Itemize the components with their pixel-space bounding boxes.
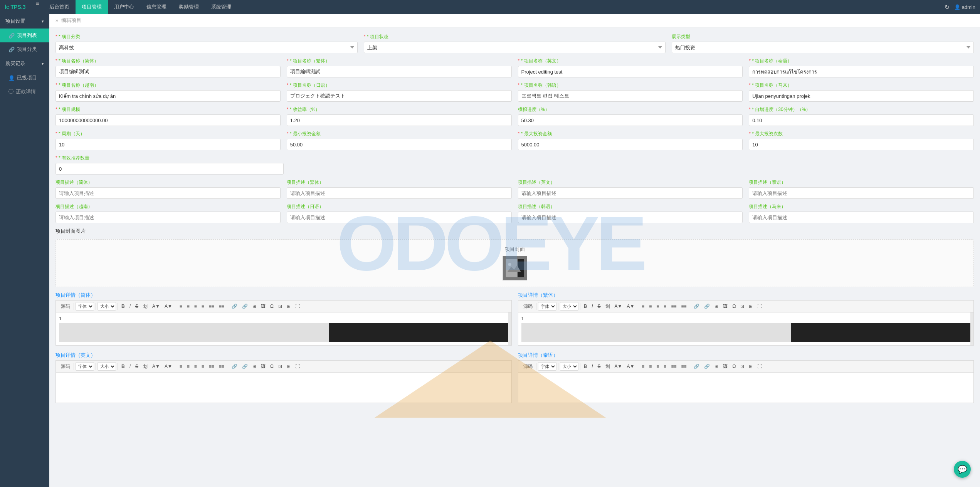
rte-bold-btn-en[interactable]: B	[119, 362, 127, 371]
max-invest-input[interactable]	[518, 139, 743, 150]
rte-list-ol-btn[interactable]: ≡≡	[207, 302, 216, 311]
rte-bold-btn[interactable]: B	[119, 302, 127, 311]
user-menu[interactable]: 👤 admin	[954, 4, 975, 10]
rte-align-right-btn[interactable]: ≡	[192, 302, 199, 311]
rte-size-select-en[interactable]: 大小	[97, 362, 116, 371]
rte-fullscreen-btn-t[interactable]: ⛶	[755, 302, 764, 311]
rte-code-btn-en[interactable]: ⊞	[285, 362, 292, 371]
rte-source-btn-th[interactable]: 源码	[521, 362, 535, 371]
rte-table-btn-en[interactable]: ⊞	[250, 362, 258, 371]
period-input[interactable]	[55, 139, 281, 150]
rte-size-select-t[interactable]: 大小	[560, 302, 578, 311]
desc-thai-input[interactable]	[749, 187, 974, 199]
rte-scrollbar-trad[interactable]	[970, 312, 973, 345]
name-cn-trad-input[interactable]	[287, 66, 512, 77]
float-chat-button[interactable]: 💬	[954, 461, 971, 478]
rte-size-select[interactable]: 大小	[97, 302, 116, 311]
rte-font-select-t[interactable]: 字体	[538, 302, 556, 311]
rte-content-en[interactable]	[59, 376, 508, 381]
desc-kr-input[interactable]	[518, 212, 743, 223]
rte-content-trad[interactable]: 1	[521, 316, 971, 321]
rte-underline-btn-t[interactable]: 划	[603, 302, 612, 311]
nav-item-system[interactable]: 系统管理	[205, 0, 237, 14]
rte-size-select-th[interactable]: 大小	[560, 362, 578, 371]
nav-item-info[interactable]: 信息管理	[140, 0, 173, 14]
rte-align-center-btn-th[interactable]: ≡	[647, 362, 654, 371]
rte-underline-btn[interactable]: 划	[141, 302, 150, 311]
name-jp-input[interactable]	[287, 90, 512, 102]
rte-align-center-btn-en[interactable]: ≡	[185, 362, 192, 371]
display-type-select[interactable]: 热门投资	[672, 42, 974, 53]
rte-list-ul-btn-th[interactable]: ≡≡	[679, 362, 688, 371]
rte-source-btn[interactable]: 源码	[59, 302, 72, 311]
rte-font-select[interactable]: 字体	[76, 302, 94, 311]
rte-align-left-btn-t[interactable]: ≡	[640, 302, 646, 311]
rte-table-btn[interactable]: ⊞	[250, 302, 258, 311]
rte-strikethrough-btn[interactable]: S	[133, 302, 140, 311]
desc-en-input[interactable]	[518, 187, 743, 199]
rte-bg-color-btn-t[interactable]: A▼	[625, 302, 636, 311]
sidebar-item-invested[interactable]: 👤 已投项目	[0, 71, 49, 85]
rte-unlink-btn-en[interactable]: 🔗	[240, 362, 250, 371]
nav-item-home[interactable]: 后台首页	[43, 0, 76, 14]
rte-content-thai[interactable]	[521, 376, 971, 381]
rte-content-simple[interactable]: 1	[59, 316, 508, 321]
rte-emoticon-btn-th[interactable]: ⊡	[738, 362, 746, 371]
rte-image-btn-t[interactable]: 🖼	[721, 302, 730, 311]
rte-scrollbar[interactable]	[508, 312, 511, 345]
sidebar-section-project-settings[interactable]: 项目设置 ▾	[0, 14, 49, 29]
rte-align-justify-btn-t[interactable]: ≡	[662, 302, 668, 311]
rte-link-btn-en[interactable]: 🔗	[230, 362, 239, 371]
rte-list-ol-btn-en[interactable]: ≡≡	[207, 362, 216, 371]
max-times-input[interactable]	[749, 139, 974, 150]
rte-special-char-btn-t[interactable]: Ω	[730, 302, 738, 311]
rte-fullscreen-btn[interactable]: ⛶	[293, 302, 302, 311]
rte-body-en[interactable]	[55, 372, 512, 403]
name-cn-simple-input[interactable]	[55, 66, 281, 77]
rte-align-center-btn[interactable]: ≡	[185, 302, 192, 311]
rte-font-select-en[interactable]: 字体	[76, 362, 94, 371]
rte-italic-btn-en[interactable]: I	[128, 362, 133, 371]
rte-align-center-btn-t[interactable]: ≡	[647, 302, 654, 311]
nav-item-user[interactable]: 用户中心	[108, 0, 140, 14]
rte-font-color-btn[interactable]: A▼	[150, 302, 162, 311]
rte-table-btn-t[interactable]: ⊞	[713, 302, 720, 311]
rte-strikethrough-btn-th[interactable]: S	[596, 362, 603, 371]
rte-code-btn-t[interactable]: ⊞	[747, 302, 755, 311]
rte-align-left-btn-en[interactable]: ≡	[178, 362, 184, 371]
rte-italic-btn-t[interactable]: I	[590, 302, 595, 311]
name-en-input[interactable]	[518, 66, 743, 77]
rte-align-justify-btn-en[interactable]: ≡	[200, 362, 206, 371]
rte-list-ol-btn-th[interactable]: ≡≡	[669, 362, 678, 371]
desc-viet-input[interactable]	[55, 212, 281, 223]
nav-item-project[interactable]: 项目管理	[76, 0, 108, 14]
desc-ms-input[interactable]	[749, 212, 974, 223]
rte-align-right-btn-t[interactable]: ≡	[654, 302, 661, 311]
rte-unlink-btn-th[interactable]: 🔗	[702, 362, 712, 371]
rte-list-ul-btn-t[interactable]: ≡≡	[679, 302, 688, 311]
rte-bold-btn-th[interactable]: B	[582, 362, 589, 371]
rte-font-color-btn-th[interactable]: A▼	[613, 362, 624, 371]
rte-image-btn-th[interactable]: 🖼	[721, 362, 730, 371]
status-select[interactable]: 上架	[364, 42, 666, 53]
rte-bg-color-btn-en[interactable]: A▼	[163, 362, 174, 371]
name-thai-input[interactable]	[749, 66, 974, 77]
rte-italic-btn[interactable]: I	[128, 302, 133, 311]
rte-link-btn-t[interactable]: 🔗	[692, 302, 701, 311]
rte-bold-btn-t[interactable]: B	[582, 302, 589, 311]
rte-fullscreen-btn-en[interactable]: ⛶	[293, 362, 302, 371]
rte-source-btn-en[interactable]: 源码	[59, 362, 72, 371]
desc-simple-input[interactable]	[55, 187, 281, 199]
sidebar-item-project-list[interactable]: 🔗 项目列表	[0, 29, 49, 42]
rte-link-btn[interactable]: 🔗	[230, 302, 239, 311]
rte-bg-color-btn-th[interactable]: A▼	[625, 362, 636, 371]
rte-special-char-btn-th[interactable]: Ω	[730, 362, 738, 371]
rte-code-btn[interactable]: ⊞	[285, 302, 292, 311]
rte-list-ul-btn-en[interactable]: ≡≡	[217, 362, 226, 371]
desc-trad-input[interactable]	[287, 187, 512, 199]
scale-input[interactable]	[55, 114, 281, 126]
name-viet-input[interactable]	[55, 90, 281, 102]
rte-table-btn-th[interactable]: ⊞	[713, 362, 720, 371]
rte-strikethrough-btn-t[interactable]: S	[596, 302, 603, 311]
rte-image-btn-en[interactable]: 🖼	[259, 362, 267, 371]
